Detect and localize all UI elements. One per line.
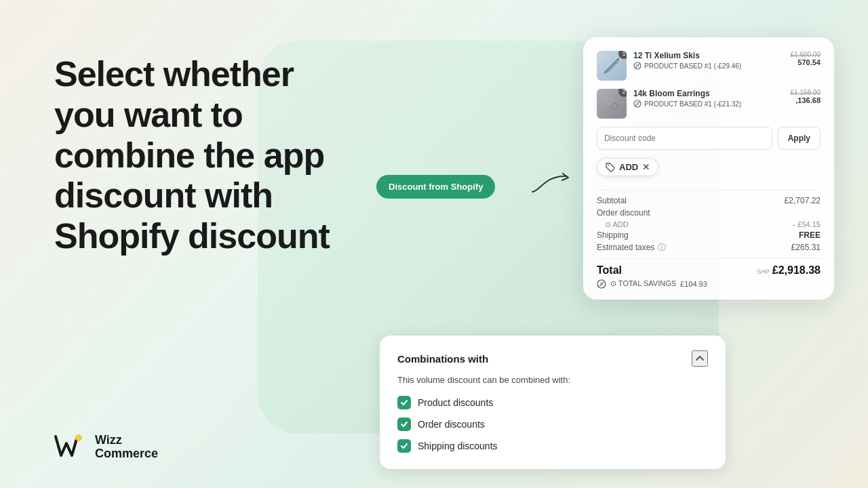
checkmark-icon bbox=[400, 442, 408, 450]
product-name-2: 14k Bloom Earrings bbox=[633, 89, 784, 98]
order-discounts-label: Order discounts bbox=[418, 419, 485, 430]
subtotal-line: Subtotal £2,707.22 bbox=[597, 196, 821, 205]
savings-line: ⊙ TOTAL SAVINGS £104.93 bbox=[597, 279, 821, 289]
product-discounts-label: Product discounts bbox=[418, 397, 493, 408]
combinations-description: This volume discount can be combined wit… bbox=[397, 375, 708, 385]
main-content-left: Select whether you want to combine the a… bbox=[54, 54, 393, 257]
logo-area: Wizz Commerce bbox=[54, 434, 158, 461]
combinations-card: Combinations with This volume discount c… bbox=[380, 336, 726, 469]
divider-1 bbox=[597, 190, 821, 190]
product-prices-2: £1,158.00 ,136.68 bbox=[791, 89, 821, 104]
chevron-up-icon bbox=[694, 353, 705, 364]
combinations-header: Combinations with bbox=[397, 350, 708, 367]
total-value-group: SHP £2,918.38 bbox=[757, 264, 821, 277]
divider-2 bbox=[597, 258, 821, 259]
checkbox-product-discounts[interactable] bbox=[397, 396, 411, 409]
checkbox-order-discounts[interactable] bbox=[397, 418, 411, 431]
taxes-line: Estimated taxes ⓘ £265.31 bbox=[597, 243, 821, 253]
taxes-info-icon: ⓘ bbox=[657, 243, 667, 253]
product-prices-1: £1,600.00 570.54 bbox=[791, 51, 821, 66]
checkout-card: 1 12 Ti Xelium Skis PRODUCT BASED #1 (-£… bbox=[583, 37, 834, 300]
shipping-discounts-label: Shipping discounts bbox=[418, 441, 498, 451]
collapse-button[interactable] bbox=[692, 350, 708, 367]
product-name-1: 12 Ti Xelium Skis bbox=[633, 51, 784, 60]
checkbox-shipping-discounts[interactable] bbox=[397, 439, 411, 453]
checkmark-icon bbox=[400, 399, 408, 407]
checkbox-row-product: Product discounts bbox=[397, 396, 708, 409]
add-discount-line: ⊙ ADD - £54.15 bbox=[597, 220, 821, 229]
svg-point-5 bbox=[611, 103, 618, 110]
combinations-title: Combinations with bbox=[397, 353, 488, 365]
arrow-decoration bbox=[526, 168, 580, 202]
checkmark-icon bbox=[400, 420, 408, 428]
discount-badge-2: PRODUCT BASED #1 (-£21.32) bbox=[633, 100, 784, 108]
shipping-line: Shipping FREE bbox=[597, 230, 821, 240]
logo-text: Wizz Commerce bbox=[95, 434, 158, 461]
product-image-earring: 2 bbox=[597, 89, 627, 119]
product-image-ski: 1 bbox=[597, 51, 627, 81]
savings-icon bbox=[597, 279, 606, 289]
svg-line-1 bbox=[605, 59, 618, 73]
discount-code-row: Apply bbox=[597, 127, 821, 150]
product-info-2: 14k Bloom Earrings PRODUCT BASED #1 (-£2… bbox=[633, 89, 784, 108]
product-info-1: 12 Ti Xelium Skis PRODUCT BASED #1 (-£29… bbox=[633, 51, 784, 70]
svg-point-0 bbox=[75, 434, 82, 441]
order-discount-line: Order discount bbox=[597, 208, 821, 218]
main-heading: Select whether you want to combine the a… bbox=[54, 54, 393, 257]
checkbox-row-shipping: Shipping discounts bbox=[397, 439, 708, 453]
apply-button[interactable]: Apply bbox=[778, 127, 821, 150]
checkbox-row-order: Order discounts bbox=[397, 418, 708, 431]
product-row-1: 1 12 Ti Xelium Skis PRODUCT BASED #1 (-£… bbox=[597, 51, 821, 81]
shopify-discount-badge: Discount from Shopify bbox=[376, 175, 495, 199]
product-row-2: 2 14k Bloom Earrings PRODUCT BASED #1 (-… bbox=[597, 89, 821, 119]
total-line: Total SHP £2,918.38 bbox=[597, 264, 821, 277]
discount-code-input[interactable] bbox=[597, 127, 772, 150]
svg-point-4 bbox=[606, 98, 612, 104]
wizz-commerce-logo-icon bbox=[54, 434, 88, 461]
svg-point-7 bbox=[608, 165, 609, 166]
discount-badge-1: PRODUCT BASED #1 (-£29.46) bbox=[633, 62, 784, 70]
add-discount-badge[interactable]: ADD ✕ bbox=[597, 158, 658, 176]
